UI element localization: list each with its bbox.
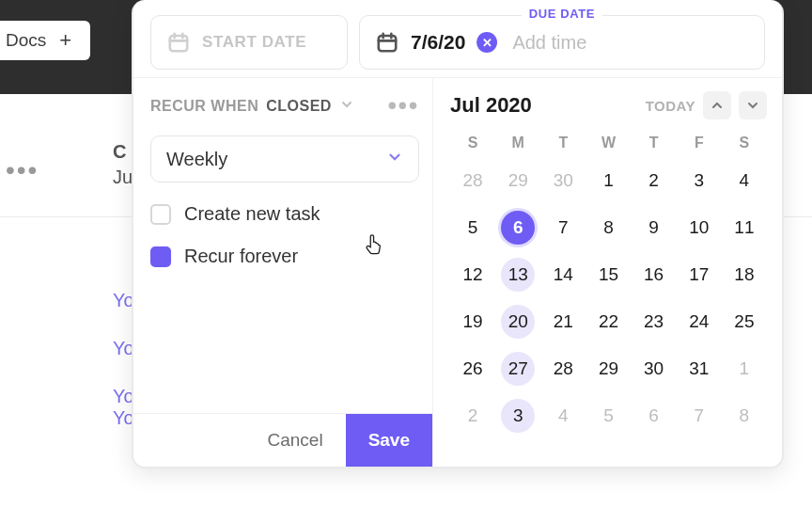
day-number: 1: [727, 352, 761, 386]
day-number: 11: [727, 211, 761, 245]
calendar-day[interactable]: 25: [722, 304, 767, 340]
top-tab-docs[interactable]: Docs +: [0, 21, 90, 60]
add-time-link[interactable]: Add time: [512, 32, 586, 54]
calendar-day[interactable]: 2: [632, 163, 677, 198]
calendar-title: Jul 2020: [450, 93, 532, 118]
calendar-day[interactable]: 30: [632, 351, 677, 387]
calendar-grid: 2829301234567891011121314151617181920212…: [450, 163, 767, 434]
day-number: 8: [727, 399, 761, 433]
cancel-button[interactable]: Cancel: [244, 414, 345, 467]
day-number: 8: [591, 211, 625, 245]
calendar-day[interactable]: 6: [495, 210, 540, 246]
dow-cell: M: [495, 135, 540, 151]
calendar-day[interactable]: 6: [632, 398, 677, 434]
frequency-select[interactable]: Weekly: [150, 135, 419, 183]
calendar-day[interactable]: 8: [722, 398, 767, 434]
dialog-body: RECUR WHEN CLOSED ••• Weekly Create new …: [133, 77, 782, 467]
day-number: 17: [682, 258, 716, 292]
day-number: 31: [682, 352, 716, 386]
day-number: 29: [591, 352, 625, 386]
day-number: 3: [682, 164, 716, 198]
calendar-day[interactable]: 7: [677, 398, 722, 434]
calendar-day[interactable]: 2: [450, 398, 495, 434]
calendar-day[interactable]: 21: [540, 304, 586, 340]
today-button[interactable]: TODAY: [646, 98, 695, 114]
day-number: 12: [456, 258, 490, 292]
calendar-day[interactable]: 29: [495, 163, 540, 198]
calendar-day[interactable]: 29: [586, 351, 631, 387]
calendar-day[interactable]: 30: [540, 163, 586, 198]
day-number: 25: [727, 305, 761, 339]
calendar-day[interactable]: 14: [540, 257, 586, 293]
recur-prefix: RECUR WHEN: [150, 98, 258, 115]
create-new-task-row[interactable]: Create new task: [150, 203, 419, 225]
dow-cell: T: [632, 135, 677, 151]
calendar-day[interactable]: 9: [632, 210, 677, 246]
calendar-day[interactable]: 12: [450, 257, 495, 293]
checkbox[interactable]: [150, 204, 171, 225]
calendar-day[interactable]: 24: [677, 304, 722, 340]
save-button[interactable]: Save: [346, 414, 432, 467]
calendar-day[interactable]: 10: [677, 210, 722, 246]
calendar-pane: Jul 2020 TODAY S M T W T F S: [432, 78, 782, 467]
calendar-day[interactable]: 27: [495, 351, 540, 387]
day-number: 30: [546, 164, 580, 198]
day-number: 16: [637, 258, 671, 292]
calendar-day[interactable]: 5: [450, 210, 495, 246]
calendar-day[interactable]: 4: [540, 398, 586, 434]
start-date-field[interactable]: START DATE: [150, 15, 348, 70]
day-number: 6: [501, 211, 535, 245]
day-number: 24: [682, 305, 716, 339]
calendar-day[interactable]: 1: [586, 163, 631, 198]
calendar-day[interactable]: 31: [677, 351, 722, 387]
calendar-day[interactable]: 15: [586, 257, 631, 293]
calendar-day[interactable]: 3: [495, 398, 540, 434]
calendar-day[interactable]: 5: [586, 398, 631, 434]
calendar-day[interactable]: 17: [677, 257, 722, 293]
calendar-day[interactable]: 22: [586, 304, 631, 340]
recur-when-row[interactable]: RECUR WHEN CLOSED •••: [150, 91, 419, 120]
prev-month-button[interactable]: [703, 91, 731, 119]
calendar-day[interactable]: 20: [495, 304, 540, 340]
calendar-day[interactable]: 19: [450, 304, 495, 340]
calendar-actions: TODAY: [646, 91, 767, 119]
calendar-day[interactable]: 28: [450, 163, 495, 198]
calendar-day[interactable]: 26: [450, 351, 495, 387]
calendar-day[interactable]: 13: [495, 257, 540, 293]
calendar-day[interactable]: 16: [632, 257, 677, 293]
day-number: 28: [546, 352, 580, 386]
calendar-day[interactable]: 11: [722, 210, 767, 246]
day-number: 4: [727, 164, 761, 198]
overflow-dots-left[interactable]: •••: [6, 155, 39, 185]
day-number: 18: [727, 258, 761, 292]
calendar-day[interactable]: 1: [722, 351, 767, 387]
svg-rect-1: [379, 36, 396, 51]
calendar-day[interactable]: 23: [632, 304, 677, 340]
day-number: 2: [637, 164, 671, 198]
calendar-day[interactable]: 4: [722, 163, 767, 198]
recur-forever-label: Recur forever: [184, 246, 298, 267]
recur-forever-row[interactable]: Recur forever: [150, 246, 419, 267]
due-date-label: DUE DATE: [522, 7, 602, 21]
start-date-placeholder: START DATE: [202, 33, 306, 52]
calendar-header: Jul 2020 TODAY: [450, 91, 767, 119]
due-date-field[interactable]: DUE DATE 7/6/20 ✕ Add time: [359, 15, 765, 70]
calendar-day[interactable]: 3: [677, 163, 722, 198]
date-recurrence-dialog: START DATE DUE DATE 7/6/20 ✕ Add time RE…: [132, 0, 784, 468]
plus-icon[interactable]: +: [59, 30, 71, 51]
frequency-value: Weekly: [166, 149, 227, 170]
dow-cell: F: [677, 135, 722, 151]
calendar-day[interactable]: 7: [540, 210, 586, 246]
clear-due-date-icon[interactable]: ✕: [476, 32, 497, 53]
day-number: 20: [501, 305, 535, 339]
due-date-value: 7/6/20: [411, 31, 465, 54]
calendar-day[interactable]: 8: [586, 210, 631, 246]
day-number: 27: [501, 352, 535, 386]
calendar-icon: [166, 30, 191, 55]
calendar-day[interactable]: 18: [722, 257, 767, 293]
checkbox-checked[interactable]: [150, 246, 171, 267]
next-month-button[interactable]: [739, 91, 767, 119]
day-number: 6: [637, 399, 671, 433]
calendar-day[interactable]: 28: [540, 351, 586, 387]
overflow-menu[interactable]: •••: [388, 91, 419, 120]
